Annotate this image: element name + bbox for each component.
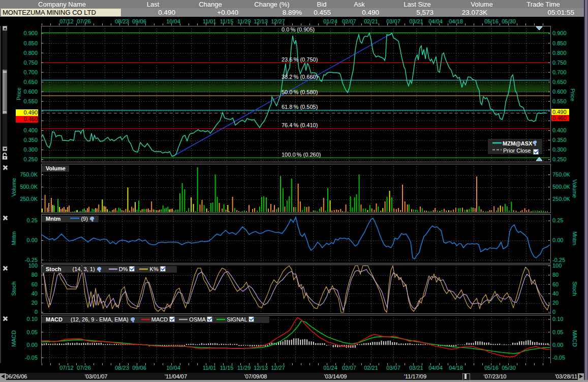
svg-text:23.6 % (0.750): 23.6 % (0.750) [282,56,318,63]
svg-text:61.8 % (0.505): 61.8 % (0.505) [282,104,318,110]
svg-text:50.0 % (0.580): 50.0 % (0.580) [282,89,318,95]
svg-text:38.2 % (0.660): 38.2 % (0.660) [282,74,318,80]
svg-text:100.0 % (0.260): 100.0 % (0.260) [282,152,321,158]
svg-text:0.0 % (0.905): 0.0 % (0.905) [282,26,315,33]
svg-text:76.4 % (0.410): 76.4 % (0.410) [282,122,318,128]
